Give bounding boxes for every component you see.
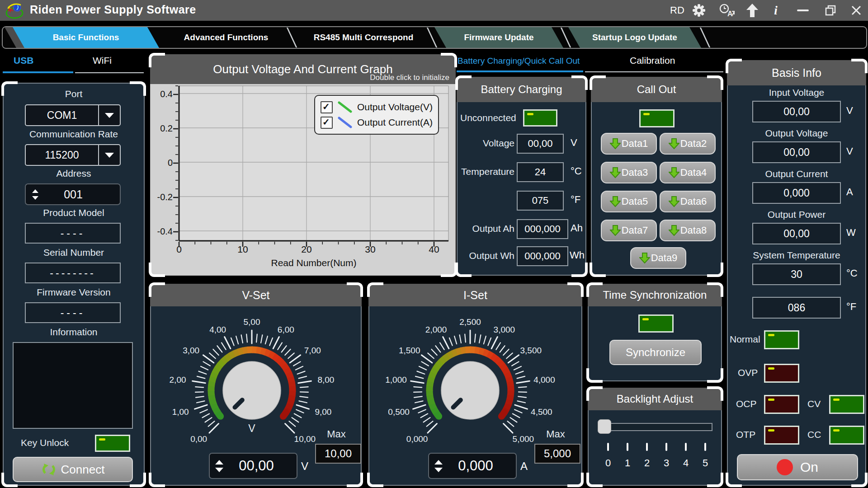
synchronize-button[interactable]: Synchronize bbox=[609, 340, 702, 365]
tab-advanced-functions[interactable]: Advanced Functions bbox=[160, 27, 292, 48]
download-arrow-icon bbox=[610, 138, 621, 150]
i-set-max-value[interactable]: 5,000 bbox=[534, 444, 580, 464]
v-set-max-label: Max bbox=[318, 428, 354, 440]
i-set-panel-header: I-Set bbox=[368, 284, 582, 306]
backlight-slider-track[interactable] bbox=[600, 423, 712, 431]
rd-button[interactable]: RD bbox=[668, 0, 686, 21]
download-arrow-icon bbox=[610, 196, 621, 207]
svg-text:3,000: 3,000 bbox=[494, 325, 515, 334]
restore-button[interactable] bbox=[821, 0, 840, 21]
call-out-panel: Call Out Data1 Data2 Data3 Data4 Data5 D… bbox=[591, 77, 722, 276]
connect-button[interactable]: Connect bbox=[13, 457, 133, 482]
data3-button[interactable]: Data3 bbox=[601, 162, 657, 183]
v-set-stepper[interactable]: 00,00 bbox=[209, 453, 297, 479]
key-unlock-label: Key Unlock bbox=[21, 437, 69, 448]
tab-underline bbox=[585, 71, 723, 72]
i-set-unit: A bbox=[520, 460, 528, 473]
battery-output-wh-unit: Wh bbox=[570, 249, 585, 261]
output-power-value: 00,00 bbox=[752, 223, 841, 244]
chevron-down-icon[interactable] bbox=[98, 105, 120, 125]
address-stepper[interactable]: 001 bbox=[25, 183, 121, 205]
y-tick-label: -0.2 bbox=[155, 192, 173, 202]
v-set-max-value[interactable]: 10,00 bbox=[315, 444, 361, 464]
tab-underline bbox=[75, 72, 144, 73]
data7-button[interactable]: Data7 bbox=[601, 220, 657, 241]
i-set-stepper[interactable]: 0,000 bbox=[428, 453, 517, 479]
rate-value: 115200 bbox=[26, 145, 98, 165]
v-set-value[interactable]: 00,00 bbox=[229, 454, 297, 478]
data5-button[interactable]: Data5 bbox=[601, 191, 657, 212]
ovp-label: OVP bbox=[738, 367, 758, 378]
title-bar: Riden Power Supply Software RD A i bbox=[0, 0, 868, 21]
tab-startup-logo-update[interactable]: Startup Logo Update bbox=[568, 27, 701, 48]
stepper-arrows-icon[interactable] bbox=[429, 454, 448, 478]
slider-tick-label: 3 bbox=[660, 457, 673, 469]
data1-button[interactable]: Data1 bbox=[601, 133, 657, 155]
tab-divider bbox=[561, 28, 571, 47]
info-icon[interactable]: i bbox=[769, 0, 783, 21]
svg-text:2,500: 2,500 bbox=[459, 317, 481, 327]
data8-button[interactable]: Data8 bbox=[660, 220, 716, 241]
checkbox-checked-icon[interactable] bbox=[321, 117, 333, 129]
basis-info-panel: Basis Info Input Voltage 00,00 V Output … bbox=[727, 60, 866, 486]
system-temp-c-unit: °C bbox=[846, 267, 858, 279]
input-voltage-value: 00,00 bbox=[752, 101, 841, 122]
chevron-down-icon[interactable] bbox=[98, 145, 120, 165]
slider-tick-label: 2 bbox=[640, 457, 654, 469]
cc-label: CC bbox=[807, 429, 821, 440]
download-arrow-icon bbox=[669, 196, 679, 207]
system-temperature-label: System Temperature bbox=[728, 250, 865, 261]
address-value: 001 bbox=[45, 184, 120, 204]
svg-text:3,500: 3,500 bbox=[520, 346, 542, 355]
key-unlock-led bbox=[95, 435, 130, 452]
v-set-unit: V bbox=[301, 460, 308, 473]
port-select[interactable]: COM1 bbox=[25, 104, 121, 126]
svg-text:5,00: 5,00 bbox=[244, 317, 260, 327]
close-button[interactable] bbox=[846, 0, 866, 21]
tab-rs485-multi-correspond[interactable]: RS485 Multi Correspond bbox=[295, 27, 432, 48]
svg-text:4,00: 4,00 bbox=[209, 325, 226, 334]
main-tab-bar: Basic Functions Advanced Functions RS485… bbox=[2, 26, 867, 49]
i-set-value[interactable]: 0,000 bbox=[448, 454, 516, 478]
battery-voltage-value: 00,00 bbox=[517, 134, 564, 154]
legend-row-voltage[interactable]: Output Voltage(V) bbox=[321, 100, 433, 114]
i-set-max-label: Max bbox=[538, 428, 574, 440]
checkbox-checked-icon[interactable] bbox=[321, 101, 333, 113]
minimize-button[interactable] bbox=[794, 0, 812, 21]
information-label: Information bbox=[4, 327, 144, 338]
tab-calibration[interactable]: Calibration bbox=[630, 55, 675, 66]
stepper-arrows-icon[interactable] bbox=[26, 184, 45, 204]
unconnected-label: Unconnected bbox=[460, 113, 516, 123]
svg-text:0,500: 0,500 bbox=[388, 407, 410, 417]
tab-battery-charging-quick-call-out[interactable]: Battery Charging/Quick Call Out bbox=[458, 56, 580, 66]
information-box bbox=[13, 342, 133, 429]
firmware-version-label: Firmware Version bbox=[4, 287, 144, 298]
chart-region[interactable]: 0 10 20 30 40 0.4 0.2 0 -0.2 -0.4 Read N… bbox=[151, 85, 455, 275]
settings-gear-icon[interactable] bbox=[691, 0, 707, 21]
rate-select[interactable]: 115200 bbox=[25, 144, 121, 166]
tab-basic-functions[interactable]: Basic Functions bbox=[13, 27, 159, 48]
v-set-panel-header: V-Set bbox=[150, 284, 362, 306]
backlight-panel: Backlight Adjust 0 1 2 3 4 5 bbox=[588, 388, 722, 486]
tab-firmware-update[interactable]: Firmware Update bbox=[434, 27, 563, 48]
backlight-slider-handle[interactable] bbox=[598, 419, 611, 434]
slider-tick bbox=[704, 443, 706, 451]
svg-text:3,00: 3,00 bbox=[183, 346, 199, 355]
data9-button[interactable]: Data9 bbox=[630, 247, 686, 269]
call-out-led bbox=[639, 109, 675, 127]
system-temp-f-unit: °F bbox=[846, 301, 856, 313]
on-button[interactable]: On bbox=[737, 454, 858, 480]
tab-usb[interactable]: USB bbox=[14, 55, 33, 66]
slider-tick-label: 5 bbox=[698, 457, 712, 469]
stepper-arrows-icon[interactable] bbox=[210, 454, 229, 478]
tab-wifi[interactable]: WiFi bbox=[93, 55, 112, 66]
upload-arrow-icon[interactable] bbox=[744, 0, 760, 21]
data2-button[interactable]: Data2 bbox=[660, 133, 716, 155]
data4-button[interactable]: Data4 bbox=[660, 162, 716, 183]
data6-button[interactable]: Data6 bbox=[660, 191, 716, 212]
language-translate-icon[interactable]: A bbox=[717, 0, 736, 21]
legend-row-current[interactable]: Output Current(A) bbox=[321, 116, 433, 129]
graph-panel[interactable]: Output Voltage And Current Graph Double … bbox=[150, 54, 456, 276]
product-model-label: Product Model bbox=[4, 207, 144, 218]
chart-legend[interactable]: Output Voltage(V) Output Current(A) bbox=[314, 95, 439, 135]
